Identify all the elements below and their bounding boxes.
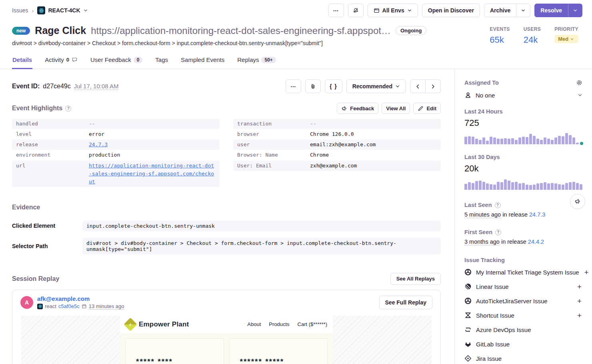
event-timestamp[interactable]: Jul 17, 10:08 AM — [74, 83, 119, 90]
last-seen-release-link[interactable]: 24.7.3 — [529, 211, 545, 218]
event-json-button[interactable]: { } — [325, 80, 342, 93]
chart-bar — [536, 139, 539, 144]
chart-bar — [562, 136, 564, 144]
tracker-label: My Internal Ticket Triage System Issue — [476, 269, 579, 276]
replay-project-name: react — [45, 303, 56, 309]
issue-title: Rage Click — [35, 25, 86, 36]
first-seen-release-link[interactable]: 24.4.2 — [528, 239, 544, 245]
environment-filter-button[interactable]: All Envs — [368, 4, 418, 17]
stat-value[interactable]: 24k — [524, 35, 541, 45]
see-all-replays-button[interactable]: See All Replays — [390, 273, 441, 285]
chart-bar — [493, 185, 496, 190]
chart-bar — [464, 137, 467, 144]
table-row: user email:zxh@example.com — [233, 139, 441, 150]
help-icon[interactable]: ? — [495, 229, 501, 235]
evidence-row: Selector Path div#root > div#body-contai… — [12, 238, 441, 255]
issue-tracking-item[interactable]: Jira Issue — [464, 351, 582, 364]
replay-time-ago[interactable]: 13 minutes ago — [89, 303, 124, 310]
chart-bar — [551, 140, 554, 144]
react-project-icon — [37, 304, 43, 309]
chart-bar — [482, 137, 485, 144]
priority-badge[interactable]: Med — [554, 35, 578, 43]
help-icon[interactable]: ? — [495, 202, 501, 208]
see-full-replay-button[interactable]: See Full Replay — [379, 296, 432, 309]
tab-label: Replays — [237, 56, 259, 63]
chart-bar — [544, 182, 546, 190]
chart-bar — [500, 182, 503, 190]
resolve-button[interactable]: Resolve — [534, 4, 568, 17]
mute-button[interactable] — [348, 4, 364, 17]
issue-tracking-item[interactable]: Shortcut Issue + — [464, 308, 582, 322]
row-value: zxh@example.com — [310, 162, 437, 170]
resolve-dropdown-button[interactable] — [568, 4, 582, 17]
chart-bar — [508, 181, 510, 190]
replay-preview[interactable]: Empower Plant AboutProductsCart ($******… — [21, 316, 432, 364]
issue-tracking-item[interactable]: AutoTicketJiraServer Issue + — [464, 294, 582, 308]
project-selector[interactable]: REACT-4CK — [37, 6, 88, 14]
table-row: User: Email zxh@example.com — [233, 161, 441, 171]
gear-icon[interactable] — [576, 80, 582, 86]
tab-item[interactable]: Activity 0 — [44, 53, 78, 69]
breadcrumb: Issues › REACT-4CK — [12, 6, 88, 14]
chart-bar — [486, 141, 489, 144]
event-attachments-button[interactable] — [305, 80, 321, 93]
tracker-icon — [464, 297, 472, 304]
stat-label: USERS — [524, 26, 541, 32]
stat-value[interactable]: 65k — [490, 35, 510, 45]
event-more-button[interactable]: ⋯ — [286, 80, 301, 93]
chart-bar — [547, 139, 550, 144]
first-seen-ago[interactable]: 3 months ago — [464, 239, 500, 245]
assignee-selector[interactable]: No one — [464, 91, 582, 99]
issue-tracking-item[interactable]: Linear Issue + — [464, 279, 582, 294]
breadcrumb-issues-link[interactable]: Issues — [12, 7, 28, 14]
table-row: release 24.7.3 — [12, 139, 220, 150]
person-icon — [464, 91, 472, 99]
chart-bar — [475, 139, 478, 144]
replay-user-link[interactable]: afk@example.com — [37, 295, 124, 302]
next-event-button[interactable] — [426, 80, 441, 93]
chart-bar — [475, 181, 478, 190]
help-icon[interactable]: ? — [65, 105, 71, 111]
issue-tracking-item[interactable]: Azure DevOps Issue — [464, 322, 582, 337]
chart-bar — [497, 182, 500, 190]
feedback-button[interactable]: Feedback — [337, 103, 378, 114]
add-issue-button[interactable]: + — [576, 312, 582, 319]
archive-dropdown-button[interactable] — [516, 4, 530, 17]
product-title: ***** **** — [136, 357, 213, 364]
floating-feedback-button[interactable] — [570, 194, 585, 209]
overflow-menu-icon: ⋯ — [333, 7, 339, 14]
chart-bar — [547, 183, 550, 190]
open-in-discover-button[interactable]: Open in Discover — [422, 4, 480, 17]
issue-tracking-item[interactable]: GitLab Issue — [464, 337, 582, 351]
event-sort-dropdown[interactable]: Recommended — [346, 80, 406, 93]
chevron-down-icon — [521, 8, 526, 13]
tab-item[interactable]: Tags — [155, 53, 168, 69]
tab-item[interactable]: Details — [12, 53, 32, 69]
edit-highlights-button[interactable]: Edit — [413, 103, 441, 114]
issue-stats: EVENTS 65k USERS 24k PRIORITY Med — [490, 25, 582, 46]
priority-block: PRIORITY Med — [554, 26, 578, 46]
tab-item[interactable]: User Feedback 0 — [90, 53, 143, 69]
chart-bar — [565, 183, 568, 190]
chart-bar — [572, 137, 575, 144]
previous-event-button[interactable] — [410, 80, 426, 93]
replay-nav-item: Products — [269, 321, 289, 327]
last-seen-ago[interactable]: 5 minutes ago — [464, 211, 501, 218]
chart-bar — [565, 133, 568, 144]
view-all-button[interactable]: View All — [382, 103, 410, 114]
add-issue-button[interactable]: + — [576, 297, 582, 305]
issue-tracking-item[interactable]: My Internal Ticket Triage System Issue + — [464, 265, 582, 279]
tab-item[interactable]: Sampled Events — [180, 53, 225, 69]
row-value: Chrome 126.0.0 — [310, 130, 437, 138]
chevron-down-icon — [395, 84, 400, 89]
archive-button[interactable]: Archive — [484, 4, 516, 17]
assignee-value: No one — [476, 92, 574, 99]
tab-item[interactable]: Replays 50+ — [237, 53, 276, 69]
add-issue-button[interactable]: + — [584, 269, 590, 276]
evidence-title: Evidence — [12, 204, 441, 211]
chart-bar — [544, 137, 546, 144]
add-issue-button[interactable]: + — [576, 283, 582, 290]
more-actions-button[interactable]: ⋯ — [328, 4, 344, 17]
replay-id-link[interactable]: c5af0e5c — [58, 303, 80, 309]
chart-bar — [558, 136, 561, 144]
